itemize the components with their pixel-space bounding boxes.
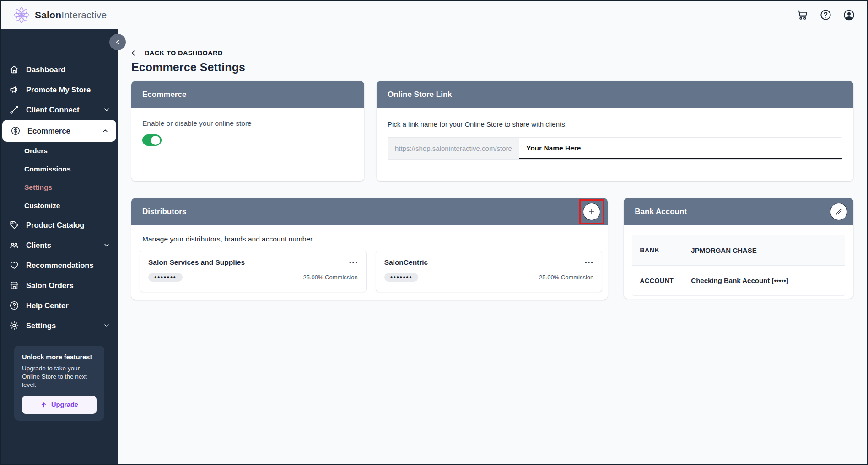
sidebar-item-label: Clients xyxy=(26,241,51,250)
help-circle-icon xyxy=(9,300,19,311)
chevron-down-icon xyxy=(103,241,110,249)
sidebar: Dashboard Promote My Store Client Connec… xyxy=(1,29,118,464)
sidebar-item-promote-my-store[interactable]: Promote My Store xyxy=(1,80,118,100)
sidebar-subitem-label: Settings xyxy=(24,183,52,192)
bank-account-header-label: Bank Account xyxy=(635,207,687,216)
upgrade-title: Unlock more features! xyxy=(22,353,97,361)
brand-logo[interactable]: SalonInteractive xyxy=(13,6,107,24)
sidebar-item-dashboard[interactable]: Dashboard xyxy=(1,59,118,80)
home-icon xyxy=(9,64,19,75)
distributor-menu-button[interactable] xyxy=(584,261,593,264)
chevron-up-icon xyxy=(102,127,109,134)
account-value: Checking Bank Account [•••••] xyxy=(691,277,788,284)
sidebar-subitem-orders[interactable]: Orders xyxy=(1,142,118,160)
store-link-description: Pick a link name for your Online Store t… xyxy=(377,108,853,128)
help-icon[interactable] xyxy=(819,9,832,21)
distributors-header-label: Distributors xyxy=(142,207,186,216)
settings-row-1: Ecommerce Enable or disable your online … xyxy=(131,81,853,181)
online-store-link-header: Online Store Link xyxy=(377,81,853,108)
sidebar-subitem-customize[interactable]: Customize xyxy=(1,197,118,215)
megaphone-icon xyxy=(9,85,19,95)
ecommerce-card-body: Enable or disable your online store xyxy=(131,108,364,148)
topbar-actions xyxy=(796,9,855,21)
online-store-link-body: Pick a link name for your Online Store t… xyxy=(377,108,853,160)
store-link-name-input[interactable] xyxy=(519,138,842,159)
ellipsis-icon xyxy=(584,261,593,264)
sidebar-item-settings[interactable]: Settings xyxy=(1,315,118,336)
chevron-down-icon xyxy=(103,106,110,113)
toggle-knob xyxy=(151,136,160,145)
topbar: SalonInteractive xyxy=(1,1,867,29)
sidebar-item-label: Settings xyxy=(26,321,56,330)
distributors-card-header: Distributors xyxy=(131,198,608,225)
flower-logo-icon xyxy=(13,6,30,24)
sidebar-subitem-commissions[interactable]: Commissions xyxy=(1,160,118,178)
masked-account-pill: ●●●●●●● xyxy=(384,273,419,282)
add-distributor-button[interactable] xyxy=(583,203,600,220)
ecommerce-card-header: Ecommerce xyxy=(131,81,364,108)
settings-row-2: Distributors Manage your distributors, b… xyxy=(131,198,853,300)
people-icon xyxy=(9,240,19,251)
distributor-item: SalonCentric ●●●●●●● 25.00% Commission xyxy=(376,251,603,292)
upgrade-button[interactable]: Upgrade xyxy=(22,396,97,414)
sidebar-item-help-center[interactable]: Help Center xyxy=(1,295,118,315)
tag-icon xyxy=(9,220,19,230)
ellipsis-icon xyxy=(349,261,358,264)
sidebar-item-ecommerce[interactable]: Ecommerce xyxy=(2,120,116,142)
back-link-label: BACK TO DASHBOARD xyxy=(145,49,223,57)
sidebar-item-label: Ecommerce xyxy=(27,127,70,135)
sidebar-item-label: Product Catalog xyxy=(26,221,84,230)
app-window: SalonInteractive xyxy=(0,0,868,465)
sidebar-item-clients[interactable]: Clients xyxy=(1,235,118,255)
bank-row: BANK JPMORGAN CHASE xyxy=(632,235,845,265)
distributor-list: Salon Services and Supplies ●●●●●●● 25.0… xyxy=(131,243,608,292)
back-to-dashboard-link[interactable]: BACK TO DASHBOARD xyxy=(131,49,223,57)
store-link-input-group: https://shop.saloninteractive.com/store xyxy=(388,137,842,160)
store-url-prefix: https://shop.saloninteractive.com/store xyxy=(388,138,519,159)
arrow-up-icon xyxy=(40,401,47,408)
ecommerce-card: Ecommerce Enable or disable your online … xyxy=(131,81,364,181)
connect-icon xyxy=(9,105,19,115)
store-toggle-label: Enable or disable your online store xyxy=(131,108,364,128)
account-avatar-icon[interactable] xyxy=(843,9,855,21)
sidebar-subitem-label: Customize xyxy=(24,202,60,210)
plus-icon xyxy=(588,208,596,216)
page-title: Ecommerce Settings xyxy=(131,61,853,74)
distributors-card: Distributors Manage your distributors, b… xyxy=(131,198,608,300)
gear-icon xyxy=(9,321,19,331)
upgrade-description: Upgrade to take your Online Store to the… xyxy=(22,364,97,390)
distributor-item: Salon Services and Supplies ●●●●●●● 25.0… xyxy=(140,251,367,292)
sidebar-item-product-catalog[interactable]: Product Catalog xyxy=(1,215,118,235)
commission-rate: 25.00% Commission xyxy=(539,274,593,281)
distributor-menu-button[interactable] xyxy=(349,261,358,264)
cart-icon[interactable] xyxy=(796,9,809,21)
sidebar-item-label: Promote My Store xyxy=(26,86,91,94)
bank-label: BANK xyxy=(640,246,691,254)
sidebar-item-label: Help Center xyxy=(26,301,69,310)
bank-account-card-header: Bank Account xyxy=(624,198,853,225)
sidebar-item-label: Salon Orders xyxy=(26,281,74,290)
sidebar-subitem-settings[interactable]: Settings xyxy=(1,178,118,197)
distributors-card-body: Manage your distributors, brands and acc… xyxy=(131,225,608,292)
edit-bank-account-button[interactable] xyxy=(830,203,847,220)
arrow-left-icon xyxy=(131,50,140,56)
sidebar-collapse-button[interactable] xyxy=(109,34,126,50)
sidebar-item-recommendations[interactable]: Recommendations xyxy=(1,255,118,275)
sidebar-subitem-label: Commissions xyxy=(24,165,71,173)
sidebar-subitem-label: Orders xyxy=(24,147,48,155)
account-row: ACCOUNT Checking Bank Account [•••••] xyxy=(632,265,845,295)
sidebar-item-salon-orders[interactable]: Salon Orders xyxy=(1,275,118,295)
pencil-icon xyxy=(835,208,843,216)
brand-name: SalonInteractive xyxy=(35,10,107,21)
upgrade-button-label: Upgrade xyxy=(51,401,78,408)
sidebar-item-client-connect[interactable]: Client Connect xyxy=(1,100,118,120)
store-enabled-toggle[interactable] xyxy=(142,134,162,146)
main-content: BACK TO DASHBOARD Ecommerce Settings Eco… xyxy=(118,29,867,464)
chevron-down-icon xyxy=(103,322,110,329)
bank-details-table: BANK JPMORGAN CHASE ACCOUNT Checking Ban… xyxy=(632,235,845,296)
sidebar-nav: Dashboard Promote My Store Client Connec… xyxy=(1,29,118,336)
dollar-icon xyxy=(10,126,21,136)
bank-account-card: Bank Account BANK JPMORGAN CHASE ACCOUNT… xyxy=(624,198,853,299)
upgrade-promo-card: Unlock more features! Upgrade to take yo… xyxy=(14,346,104,421)
account-label: ACCOUNT xyxy=(640,277,691,284)
